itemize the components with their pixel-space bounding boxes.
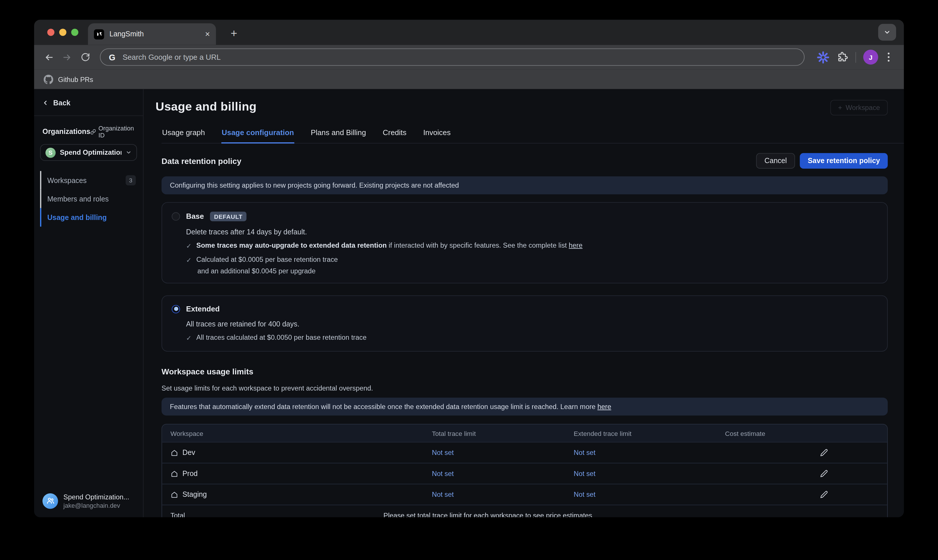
tab-credits[interactable]: Credits <box>382 125 407 143</box>
organization-id-link[interactable]: Organization ID <box>90 125 136 139</box>
bookmark-github-prs[interactable]: Github PRs <box>58 75 93 83</box>
save-retention-policy-button[interactable]: Save retention policy <box>800 153 888 169</box>
dev-extended-limit-link[interactable]: Not set <box>573 449 595 456</box>
retention-banner-text: Configuring this setting applies to new … <box>170 182 459 189</box>
limits-banner-here-link[interactable]: here <box>598 403 611 410</box>
browser-tab[interactable]: LangSmith × <box>88 23 216 45</box>
tab-close-icon[interactable]: × <box>205 30 210 38</box>
staging-extended-limit-link[interactable]: Not set <box>573 491 595 498</box>
reload-button[interactable] <box>77 49 93 65</box>
sidebar-item-workspaces[interactable]: Workspaces 3 <box>34 171 143 189</box>
user-name: Spend Optimization... <box>63 493 129 502</box>
workspace-name: Dev <box>183 449 195 457</box>
back-button[interactable] <box>41 49 57 65</box>
new-tab-button[interactable]: + <box>226 25 242 42</box>
organizations-label: Organizations <box>42 127 90 136</box>
extended-point-1: ✓ All traces calculated at $0.0050 per b… <box>186 334 878 343</box>
user-footer[interactable]: Spend Optimization... jake@langchain.dev <box>34 486 143 517</box>
minimize-window-button[interactable] <box>59 29 66 36</box>
back-label: Back <box>53 99 70 107</box>
screen: LangSmith × + G Search Google or type a … <box>0 0 938 560</box>
base-point-1-bold: Some traces may auto-upgrade to extended… <box>196 242 387 249</box>
tab-usage-configuration[interactable]: Usage configuration <box>221 125 294 143</box>
staging-total-limit-link[interactable]: Not set <box>432 491 454 498</box>
zoom-window-button[interactable] <box>71 29 78 36</box>
tab-invoices[interactable]: Invoices <box>422 125 451 143</box>
pencil-icon <box>820 449 828 457</box>
usage-limits-table: Workspace Total trace limit Extended tra… <box>162 424 888 517</box>
toolbar-right: J <box>813 50 892 65</box>
organization-selector[interactable]: S Spend Optimization Tu... <box>40 144 137 161</box>
user-avatar <box>42 493 58 509</box>
forward-button[interactable] <box>59 49 75 65</box>
sidebar-item-usage-and-billing[interactable]: Usage and billing <box>34 208 143 226</box>
extension-burst-icon[interactable] <box>816 51 830 64</box>
default-badge: DEFAULT <box>210 212 246 221</box>
google-g-icon: G <box>109 52 116 62</box>
col-total-trace-limit: Total trace limit <box>432 430 476 437</box>
prod-total-limit-link[interactable]: Not set <box>432 470 454 477</box>
table-total-row: Total Please set total trace limit for e… <box>162 505 887 517</box>
base-point-2: ✓ Calculated at $0.0005 per base retenti… <box>186 256 878 265</box>
toolbar-divider <box>855 52 856 62</box>
dev-edit-button[interactable] <box>820 449 828 457</box>
tab-search-button[interactable] <box>878 24 896 41</box>
workspace-name: Staging <box>183 491 207 499</box>
main-content: Usage and billing + Workspace Usage grap… <box>143 89 904 517</box>
col-workspace: Workspace <box>170 430 203 437</box>
prod-extended-limit-link[interactable]: Not set <box>573 470 595 477</box>
workspaces-count-badge: 3 <box>126 175 136 185</box>
retention-heading: Data retention policy <box>162 157 242 165</box>
extended-point-1-text: All traces calculated at $0.0050 per bas… <box>196 334 367 341</box>
prod-edit-button[interactable] <box>820 470 828 477</box>
page-tabs: Usage graph Usage configuration Plans an… <box>162 125 904 143</box>
reload-icon <box>80 52 89 62</box>
window-controls[interactable] <box>47 29 79 36</box>
retention-option-extended[interactable]: Extended All traces are retained for 400… <box>162 295 888 352</box>
sidebar-item-label: Members and roles <box>47 195 109 203</box>
check-icon: ✓ <box>186 334 191 343</box>
tab-strip: LangSmith × + <box>34 20 904 45</box>
base-point-1-here-link[interactable]: here <box>568 242 582 249</box>
profile-avatar[interactable]: J <box>863 50 878 65</box>
cancel-button[interactable]: Cancel <box>756 153 795 169</box>
table-row-staging: Staging Not set Not set <box>162 484 887 505</box>
langsmith-favicon-icon <box>94 29 104 39</box>
col-extended-trace-limit: Extended trace limit <box>573 430 631 437</box>
extensions-puzzle-icon[interactable] <box>837 51 848 63</box>
sidebar-item-label: Workspaces <box>47 176 87 185</box>
organization-avatar: S <box>45 148 55 158</box>
link-icon <box>90 128 96 135</box>
add-workspace-button[interactable]: + Workspace <box>830 100 888 115</box>
tab-usage-graph[interactable]: Usage graph <box>162 125 205 143</box>
user-email: jake@langchain.dev <box>63 502 129 509</box>
base-radio[interactable] <box>171 212 180 220</box>
col-cost-estimate: Cost estimate <box>725 430 765 437</box>
check-icon: ✓ <box>186 242 191 251</box>
sidebar-item-members-and-roles[interactable]: Members and roles <box>34 190 143 208</box>
page-title: Usage and billing <box>156 100 257 114</box>
workspace-home-icon <box>170 449 178 457</box>
arrow-right-icon <box>62 52 72 62</box>
dev-total-limit-link[interactable]: Not set <box>432 449 454 456</box>
arrow-left-icon <box>44 52 54 62</box>
chevron-down-icon <box>126 149 132 155</box>
check-icon: ✓ <box>186 256 191 265</box>
browser-menu-icon[interactable] <box>886 52 892 62</box>
staging-edit-button[interactable] <box>820 491 828 498</box>
github-icon <box>44 74 53 84</box>
chevron-left-icon <box>42 100 49 106</box>
organizations-header: Organizations Organization ID <box>34 116 143 144</box>
address-bar[interactable]: G Search Google or type a URL <box>100 49 805 66</box>
base-point-1-rest: if interacted with by specific features.… <box>387 242 568 249</box>
tab-plans-and-billing[interactable]: Plans and Billing <box>310 125 367 143</box>
users-icon <box>46 496 55 505</box>
workspace-home-icon <box>170 470 178 477</box>
back-link[interactable]: Back <box>34 99 143 115</box>
extended-option-name: Extended <box>186 305 220 313</box>
retention-option-base[interactable]: Base DEFAULT Delete traces after 14 days… <box>162 202 888 283</box>
extended-radio[interactable] <box>171 305 180 313</box>
add-workspace-label: Workspace <box>846 104 880 111</box>
close-window-button[interactable] <box>47 29 55 36</box>
base-point-2-line-1: Calculated at $0.0005 per base retention… <box>196 256 338 263</box>
